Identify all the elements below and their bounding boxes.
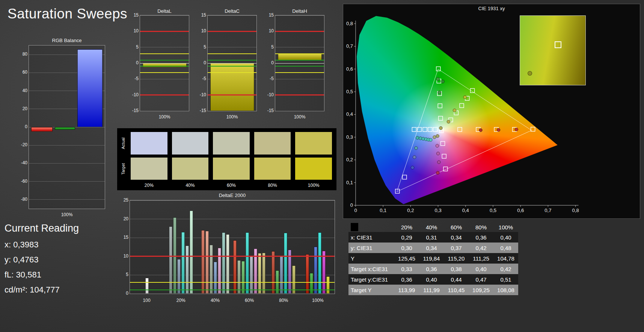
y-tick-label: -10 <box>127 92 139 97</box>
delta-l-plot-area: 151050-5-10-15 <box>140 15 189 111</box>
y-tick-label: -15 <box>262 108 274 113</box>
deltae-2000-plot-area: 2520151050 <box>130 200 335 294</box>
swatch-target-80% <box>254 158 291 180</box>
color-swatch-comparison-panel: ActualTarget20%40%60%80%100% <box>117 128 336 190</box>
measurement-dot <box>415 146 418 150</box>
swatch-col-label: 60% <box>213 183 250 189</box>
y-tick-label: 0 <box>350 202 353 208</box>
target-square-marker <box>428 127 432 132</box>
row-label: Y <box>348 253 394 264</box>
table-cell: 0,38 <box>444 264 469 274</box>
y-tick-label: 0,7 <box>346 43 353 49</box>
target-square-marker <box>531 127 535 131</box>
gridline <box>130 275 335 275</box>
y-tick-label: 5 <box>127 44 139 50</box>
table-cell: 0,48 <box>493 243 518 253</box>
swatch-actual-80% <box>254 132 291 155</box>
column-header: 100% <box>493 222 518 232</box>
table-cell: 0,34 <box>444 232 469 243</box>
swatch-target-20% <box>131 158 167 180</box>
column-header: 80% <box>469 222 493 232</box>
y-tick-label: 10 <box>127 28 139 33</box>
delta-l-chart-panel: DeltaL 151050-5-10-15 100% <box>126 8 191 121</box>
x-tick-label: 0,2 <box>407 208 414 213</box>
y-tick-label: -5 <box>195 76 206 81</box>
y-tick-label: 15 <box>127 12 139 18</box>
y-tick-label: 5 <box>195 44 206 50</box>
table-cell: 0,34 <box>419 243 444 253</box>
measurement-dot <box>413 156 416 159</box>
measurement-dot <box>479 129 483 132</box>
delta-h-x-axis-label: 100% <box>275 114 324 120</box>
y-tick-label: 0,5 <box>346 89 353 94</box>
x-group-label: 40% <box>198 298 232 303</box>
reference-line <box>130 290 335 290</box>
column-header: 20% <box>394 222 419 232</box>
gridline <box>208 15 256 16</box>
deltae-bar <box>280 256 283 294</box>
deltae-bar <box>190 211 193 294</box>
swatch-actual-100% <box>295 132 332 155</box>
row-label: Target x:CIE31 <box>348 264 394 274</box>
deltae-bar <box>314 247 317 294</box>
measurement-dot <box>439 126 443 130</box>
reference-line <box>140 60 189 61</box>
deltae-bar <box>284 233 287 294</box>
y-tick-label: 40 <box>16 88 27 93</box>
swatch-target-40% <box>172 158 209 180</box>
deltaC-bar <box>210 63 254 111</box>
current-reading-panel: Current Reading x: 0,3983 y: 0,4763 fL: … <box>5 223 117 297</box>
delta-c-chart-panel: DeltaC 151050-5-10-15 100% <box>194 8 258 121</box>
gridline <box>130 238 335 238</box>
table-cell: 0,40 <box>493 232 518 243</box>
measurement-dot <box>438 91 441 94</box>
reference-line <box>208 53 256 54</box>
swatch-actual-60% <box>213 132 250 155</box>
reference-line <box>140 66 189 67</box>
y-tick-label: -80 <box>16 197 27 202</box>
table-cell: 0,31 <box>419 232 444 243</box>
table-cell: 113,99 <box>394 285 419 295</box>
gridline <box>29 145 105 146</box>
y-tick-label: 0 <box>262 60 274 65</box>
y-tick-label: -5 <box>127 76 139 81</box>
delta-c-plot-area: 151050-5-10-15 <box>207 15 257 111</box>
x-tick-label: 0,8 <box>572 208 579 213</box>
reference-line <box>140 72 189 73</box>
row-label: x: CIE31 <box>348 232 394 243</box>
table-cell: 104,78 <box>493 253 518 264</box>
page-title: Saturation Sweeps <box>8 6 127 22</box>
reference-line <box>208 94 256 96</box>
swatch-col-label: 40% <box>172 183 209 189</box>
table-cell: 0,40 <box>419 274 444 285</box>
gamut-triangle <box>397 69 532 192</box>
x-group-label: 20% <box>164 298 198 303</box>
target-square-marker <box>438 104 442 108</box>
calman-saturation-sweeps-view: Saturation Sweeps RGB Balance 806040200-… <box>0 0 644 332</box>
x-tick-label: 0,4 <box>462 208 469 213</box>
measurement-dot <box>463 96 467 99</box>
y-tick-label: -60 <box>16 179 27 184</box>
table-corner-box <box>351 223 358 231</box>
y-tick-label: 20 <box>117 216 128 221</box>
measurement-dot <box>429 138 433 142</box>
gridline <box>29 181 105 182</box>
deltae-bar <box>258 253 261 294</box>
table-row: x: CIE310,290,310,340,360,40 <box>348 232 518 243</box>
deltae-bar <box>237 260 241 294</box>
y-tick-label: -15 <box>195 108 206 113</box>
y-tick-label: 0 <box>127 60 139 65</box>
gridline <box>29 199 105 200</box>
x-group-label: 100% <box>301 298 335 303</box>
deltae-bar <box>222 232 225 294</box>
current-reading-x: x: 0,3983 <box>5 237 117 252</box>
y-tick-label: 25 <box>117 197 128 203</box>
x-group-label: 100 <box>130 298 164 303</box>
y-tick-label: 0,6 <box>346 66 353 72</box>
y-tick-label: 80 <box>16 52 27 57</box>
table-cell: 110,45 <box>444 285 469 295</box>
reference-line <box>208 66 256 67</box>
gridline <box>140 79 189 79</box>
rgb-balance-chart-panel: RGB Balance 806040200-20-40-60-80 100% <box>14 38 107 220</box>
x-tick-label: 0,6 <box>517 208 524 213</box>
